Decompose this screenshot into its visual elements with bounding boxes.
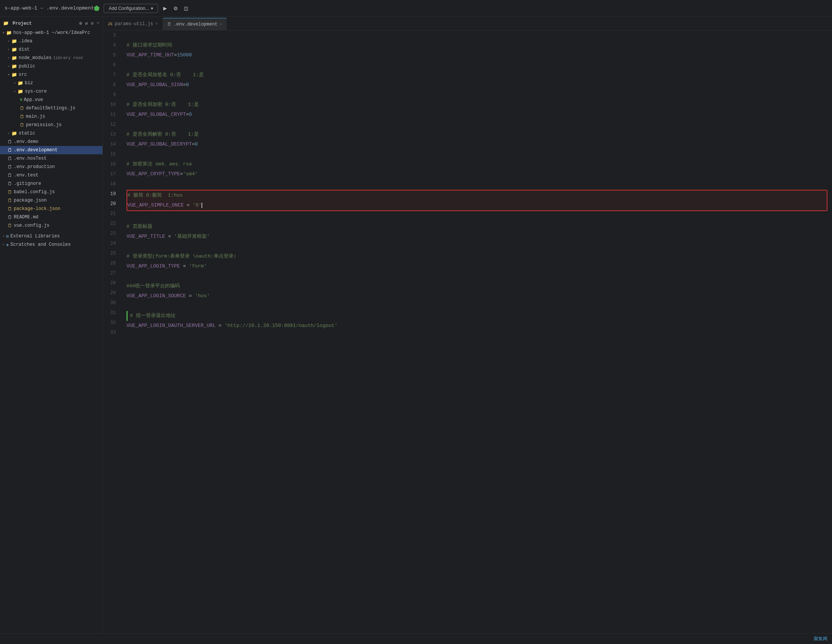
gitignore-label: .gitignore — [14, 181, 41, 186]
sidebar-item-public[interactable]: › 📁 public — [0, 62, 102, 70]
tab-env-development-label: .env.development — [174, 22, 218, 27]
file-name: .env.development — [46, 5, 94, 11]
scratches-label: Scratches and Consoles — [10, 242, 70, 247]
external-libraries-icon: ⊞ — [6, 234, 9, 239]
tab-params-util-label: params-util.js — [115, 21, 153, 27]
js-file-icon: 🗒 — [20, 122, 24, 128]
line-num-29: 29 — [103, 288, 119, 298]
content-wrapper: JS params-util.js × 🗒 .env.development ×… — [103, 17, 832, 633]
settings-icon[interactable]: ⚙ — [172, 4, 179, 13]
sidebar-item-readme[interactable]: 🗒 README.md — [0, 213, 102, 221]
code-line-10: # 是否全局加密 0:否 1:是 — [126, 100, 827, 110]
sidebar-item-src[interactable]: ▾ 📁 src — [0, 70, 102, 79]
sidebar-item-gitignore[interactable]: 🗒 .gitignore — [0, 179, 102, 188]
line-num-4: 4 — [103, 40, 119, 50]
val-8: 0 — [186, 80, 189, 90]
code-line-31: # 统一登录退出地址 — [126, 311, 827, 321]
sidebar-item-package-json[interactable]: 🗒 package.json — [0, 196, 102, 205]
code-line-30 — [126, 301, 827, 311]
sidebar-item-node-modules[interactable]: › 📁 node_modules library root — [0, 54, 102, 62]
git-icon: ⬟ — [94, 4, 100, 13]
sidebar-item-dist[interactable]: › 📁 dist — [0, 45, 102, 54]
sidebar-item-main-js[interactable]: 🗒 main.js — [0, 112, 102, 121]
sidebar-item-scratches[interactable]: › ◈ Scratches and Consoles — [0, 240, 102, 249]
tab-env-development[interactable]: 🗒 .env.development × — [163, 18, 227, 30]
key-23: VUE_APP_TITLE — [126, 232, 165, 242]
sidebar-item-env-production[interactable]: 🗒 .env.production — [0, 163, 102, 171]
run-icon[interactable]: ▶ — [162, 4, 169, 13]
sidebar-root-item[interactable]: ▾ 📁 hos-app-web-1 ~/work/IdeaPrc — [0, 29, 102, 37]
line-num-11: 11 — [103, 110, 119, 120]
line-num-8: 8 — [103, 80, 119, 90]
sidebar-sync-icon[interactable]: ⇄ — [85, 21, 88, 26]
vue-config-label: vue.config.js — [14, 223, 50, 228]
line-num-18: 18 — [103, 179, 119, 189]
chevron-right-icon: › — [14, 81, 16, 85]
code-line-20: VUE_APP_SIMPLE_ONCE = '0' — [127, 200, 827, 210]
sidebar-item-static[interactable]: › 📁 static — [0, 129, 102, 138]
external-libraries-label: External Libraries — [10, 234, 60, 239]
sidebar-item-idea[interactable]: › 📁 .idea — [0, 37, 102, 45]
code-line-4: # 接口请求过期时间 — [126, 40, 827, 50]
comment-7: # 是否全局加签名 0:否 1:是 — [126, 70, 204, 80]
key-20: VUE_APP_SIMPLE_ONCE — [127, 200, 184, 210]
sidebar-item-app-vue[interactable]: V App.vue — [0, 96, 102, 104]
sidebar-item-external-libraries[interactable]: › ⊞ External Libraries — [0, 232, 102, 240]
sidebar-settings-icon[interactable]: ⚙ — [91, 21, 94, 26]
scratches-icon: ◈ — [6, 242, 9, 248]
sidebar-item-default-settings[interactable]: 🗒 defaultSettings.js — [0, 104, 102, 112]
sidebar-item-env-test[interactable]: 🗒 .env.test — [0, 171, 102, 179]
sidebar-item-permission-js[interactable]: 🗒 permission.js — [0, 121, 102, 129]
sidebar-item-biz[interactable]: › 📁 biz — [0, 79, 102, 87]
val-32: 'http://10.1.20.150:8081/oauth/logout' — [224, 321, 337, 331]
eq-5: = — [174, 50, 177, 60]
readme-label: README.md — [14, 215, 38, 220]
line-num-26: 26 — [103, 258, 119, 268]
dist-label: dist — [19, 47, 30, 52]
idea-label: .idea — [19, 38, 32, 44]
line-num-7: 7 — [103, 70, 119, 80]
tab-params-util[interactable]: JS params-util.js × — [103, 18, 163, 30]
root-folder-icon: 📁 — [6, 30, 12, 36]
eq-32: = — [216, 321, 224, 331]
sys-core-folder-icon: 📁 — [18, 89, 23, 95]
env-file-icon: 🗒 — [8, 147, 12, 153]
val-29: 'hos' — [195, 291, 210, 301]
chevron-down-icon: ▾ — [2, 30, 5, 35]
tab-close-params-util[interactable]: × — [155, 22, 158, 26]
tab-close-env-development[interactable]: × — [220, 22, 222, 27]
bottom-bar-right-label: 聚集网 — [814, 636, 827, 642]
env-development-label: .env.development — [14, 147, 58, 153]
sidebar-item-vue-config[interactable]: 🗒 vue.config.js — [0, 221, 102, 230]
biz-label: biz — [25, 80, 33, 86]
sidebar-item-env-hostest[interactable]: 🗒 .env.hosTest — [0, 154, 102, 163]
line-num-30: 30 — [103, 298, 119, 308]
code-content[interactable]: # 接口请求过期时间 VUE_APP_TIME_OUT=15000 # 是否全局… — [122, 30, 832, 633]
sidebar-minus-icon[interactable]: − — [97, 21, 99, 26]
env-demo-label: .env.demo — [14, 139, 38, 144]
eq-26: = — [180, 261, 189, 271]
code-line-13: # 是否全局解密 0:否 1:是 — [126, 130, 827, 139]
code-line-26: VUE_APP_LOGIN_TYPE = 'form' — [126, 261, 827, 271]
add-configuration-button[interactable]: Add Configuration... ▾ — [104, 4, 158, 13]
key-11: VUE_APP_GLOBAL_CRYPT — [126, 110, 186, 120]
search-icon[interactable]: ◫ — [183, 4, 190, 13]
line-num-10: 10 — [103, 100, 119, 110]
sidebar-item-package-lock-json[interactable]: 🗒 package-lock.json — [0, 205, 102, 213]
sidebar-item-babel-config[interactable]: 🗒 babel.config.js — [0, 188, 102, 196]
line-num-22: 22 — [103, 219, 119, 229]
main-js-label: main.js — [26, 114, 45, 119]
val-17: 'sm4' — [183, 169, 198, 179]
code-line-27 — [126, 271, 827, 281]
chevron-right-icon: › — [2, 243, 5, 247]
line-num-13: 13 — [103, 130, 119, 139]
eq-23: = — [165, 232, 174, 242]
sidebar-item-sys-core[interactable]: › 📁 sys-core — [0, 87, 102, 96]
highlight-box: # 极简 0:极简 1:hos VUE_APP_SIMPLE_ONCE = '0… — [126, 190, 827, 211]
dist-folder-icon: 📁 — [11, 47, 17, 53]
sidebar-item-env-development[interactable]: 🗒 .env.development — [0, 146, 102, 154]
sidebar-add-icon[interactable]: ⊕ — [79, 21, 82, 26]
main-layout: 📁 Project ⊕ ⇄ ⚙ − ▾ 📁 hos-app-web-1 ~/wo… — [0, 17, 832, 633]
sidebar-item-env-demo[interactable]: 🗒 .env.demo — [0, 138, 102, 146]
node-modules-folder-icon: 📁 — [11, 55, 17, 61]
